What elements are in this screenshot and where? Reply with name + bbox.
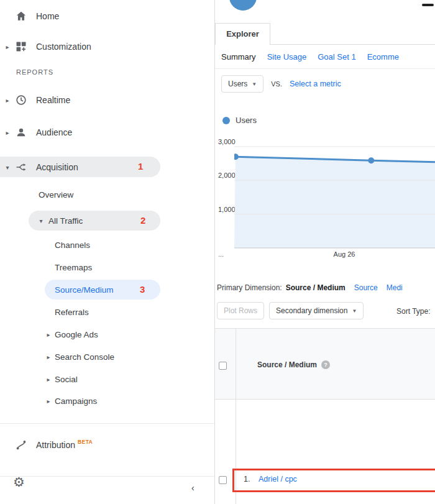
sidebar-nav: Home ▸ Customization REPORTS ▸ Realtime … xyxy=(0,0,214,504)
plot-rows-button[interactable]: Plot Rows xyxy=(217,302,264,319)
sidebar-item-label: Home xyxy=(36,11,59,21)
subtab-summary[interactable]: Summary xyxy=(221,52,256,62)
home-icon xyxy=(15,10,27,22)
x-axis-tick-label: Aug 26 xyxy=(326,250,363,258)
beta-badge: BETA xyxy=(78,439,93,445)
audience-icon xyxy=(15,126,27,139)
subtab-site-usage[interactable]: Site Usage xyxy=(267,52,307,62)
sidebar-item-label: Google Ads xyxy=(55,330,98,339)
cropped-toolbar-mark xyxy=(422,4,434,6)
report-subtabs: Summary Site Usage Goal Set 1 Ecomme xyxy=(221,52,399,62)
tab-explorer[interactable]: Explorer xyxy=(215,23,270,45)
checkbox-column-divider xyxy=(236,328,236,504)
chevron-down-icon[interactable]: ▾ xyxy=(4,163,11,170)
users-line-chart xyxy=(234,140,435,254)
series-color-dot-icon xyxy=(222,117,230,124)
sidebar-item-label: Realtime xyxy=(36,95,70,105)
annotation-step-1: 1 xyxy=(138,162,143,172)
google-analytics-screen: Home ▸ Customization REPORTS ▸ Realtime … xyxy=(0,0,435,504)
column-header-label[interactable]: Source / Medium xyxy=(257,360,317,369)
customization-icon xyxy=(15,40,27,53)
vs-label: VS. xyxy=(271,80,282,88)
sidebar-item-label: Campaigns xyxy=(55,396,97,406)
dimension-source-medium-selected[interactable]: Source / Medium xyxy=(286,283,346,292)
secondary-dimension-dropdown[interactable]: Secondary dimension ▼ xyxy=(269,302,364,319)
chevron-right-icon[interactable]: ▸ xyxy=(45,354,52,360)
sidebar-item-google-ads[interactable]: ▸ Google Ads xyxy=(0,324,214,344)
sidebar-item-home[interactable]: Home xyxy=(0,6,214,26)
annotation-step-3: 3 xyxy=(140,285,145,295)
sidebar-item-campaigns[interactable]: ▸ Campaigns xyxy=(0,391,214,411)
chevron-right-icon[interactable]: ▸ xyxy=(4,44,11,50)
subtab-goal-set-1[interactable]: Goal Set 1 xyxy=(318,52,355,62)
sidebar-item-channels[interactable]: Channels xyxy=(0,235,214,255)
metric-selector-bar: Users ▼ VS. Select a metric xyxy=(221,75,341,93)
collapse-chevron-icon[interactable]: ‹ xyxy=(191,483,195,493)
sidebar-item-referrals[interactable]: Referrals xyxy=(0,302,214,322)
annotation-step-2: 2 xyxy=(140,216,145,226)
select-a-metric-link[interactable]: Select a metric xyxy=(290,80,341,88)
sidebar-item-label: Source/Medium xyxy=(55,285,114,295)
dimension-medium-link[interactable]: Medi xyxy=(387,283,403,292)
subtab-ecommerce[interactable]: Ecomme xyxy=(367,52,399,62)
sidebar-item-label: Audience xyxy=(36,127,72,137)
acquisition-icon xyxy=(15,161,27,173)
row-source-medium-link[interactable]: Adriel / cpc xyxy=(259,475,297,483)
chevron-down-icon[interactable]: ▾ xyxy=(37,218,45,224)
sidebar-item-label: Treemaps xyxy=(55,263,92,272)
sidebar-item-attribution[interactable]: AttributionBETA xyxy=(0,435,214,455)
collapse-sidebar-button[interactable]: ‹ xyxy=(186,479,211,497)
metric-dropdown-label: Users xyxy=(228,80,247,88)
chevron-right-icon[interactable]: ▸ xyxy=(4,129,11,136)
sidebar-item-treemaps[interactable]: Treemaps xyxy=(0,257,214,277)
sidebar-item-social[interactable]: ▸ Social xyxy=(0,369,214,389)
chevron-right-icon[interactable]: ▸ xyxy=(45,331,52,338)
sidebar-item-all-traffic[interactable]: ▾ All Traffic xyxy=(0,211,214,231)
sidebar-item-overview[interactable]: Overview xyxy=(0,185,214,204)
chart-circle-partial xyxy=(229,0,257,11)
sidebar-item-audience[interactable]: ▸ Audience xyxy=(0,122,214,142)
sidebar-item-label: Referrals xyxy=(55,308,89,317)
sidebar-item-acquisition[interactable]: ▾ Acquisition xyxy=(0,157,214,177)
subtab-divider xyxy=(215,68,435,69)
primary-dimension-bar: Primary Dimension: Source / Medium Sourc… xyxy=(217,283,435,292)
sidebar-item-label: Acquisition xyxy=(36,162,78,172)
help-icon[interactable]: ? xyxy=(321,360,330,369)
row-checkbox[interactable] xyxy=(219,476,227,484)
attribution-icon xyxy=(15,439,27,451)
chart-legend: Users xyxy=(222,116,257,125)
chevron-right-icon[interactable]: ▸ xyxy=(4,97,11,104)
report-content: Explorer Summary Site Usage Goal Set 1 E… xyxy=(215,0,435,504)
chevron-down-icon: ▼ xyxy=(352,308,357,314)
chevron-down-icon: ▼ xyxy=(252,81,257,87)
sidebar-item-customization[interactable]: ▸ Customization xyxy=(0,37,214,57)
dimension-source-link[interactable]: Source xyxy=(354,283,378,292)
legend-label: Users xyxy=(236,116,257,125)
admin-settings[interactable]: ⚙ xyxy=(0,480,214,498)
select-all-checkbox[interactable] xyxy=(219,362,227,370)
sidebar-section-divider xyxy=(0,423,214,424)
chevron-right-icon[interactable]: ▸ xyxy=(45,398,52,405)
primary-dimension-label: Primary Dimension: xyxy=(217,283,282,292)
secondary-dimension-label: Secondary dimension xyxy=(276,306,347,315)
x-axis-tick-label: ... xyxy=(218,250,224,258)
source-medium-column-header: Source / Medium ? xyxy=(257,360,330,369)
realtime-icon xyxy=(15,94,27,106)
chevron-right-icon[interactable]: ▸ xyxy=(45,376,52,383)
row-index: 1. xyxy=(244,475,250,483)
sidebar-item-realtime[interactable]: ▸ Realtime xyxy=(0,90,214,110)
sort-type-label: Sort Type: xyxy=(396,307,430,316)
sidebar-item-label: Social xyxy=(55,375,78,384)
sidebar-item-label: All Traffic xyxy=(48,216,83,226)
reports-section-label: REPORTS xyxy=(16,68,53,76)
table-toolbar: Plot Rows Secondary dimension ▼ xyxy=(217,302,364,319)
metric-dropdown[interactable]: Users ▼ xyxy=(221,75,263,93)
gear-icon[interactable]: ⚙ xyxy=(13,482,27,496)
sidebar-item-label: Customization xyxy=(36,42,91,52)
sidebar-item-label: Search Console xyxy=(55,352,114,362)
sidebar-item-label: AttributionBETA xyxy=(36,440,93,450)
sidebar-item-search-console[interactable]: ▸ Search Console xyxy=(0,347,214,367)
sidebar-item-label: Channels xyxy=(55,241,90,250)
sidebar-bottom-divider xyxy=(0,476,214,477)
sidebar-item-source-medium[interactable]: Source/Medium xyxy=(0,280,214,300)
